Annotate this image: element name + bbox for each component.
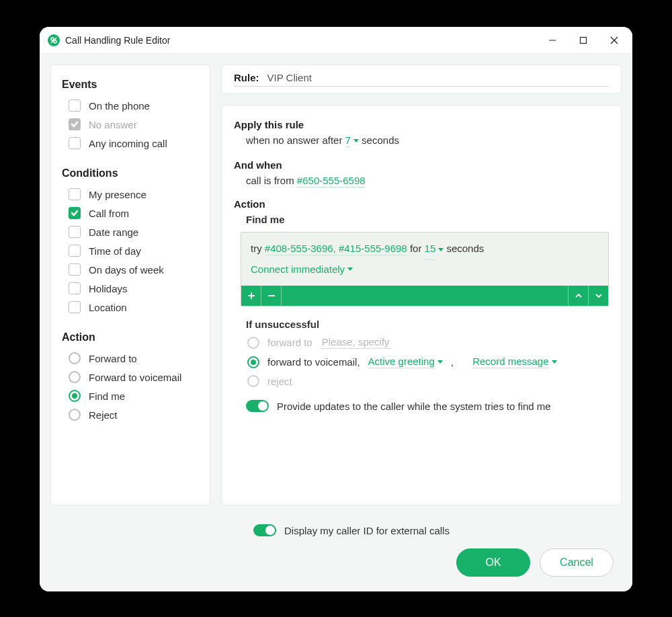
action-label: Forward to voicemail [89,372,181,383]
ok-button[interactable]: OK [456,548,530,577]
checkbox-icon [69,118,81,130]
chevron-down-icon [438,248,444,251]
action-forward-to-voicemail[interactable]: Forward to voicemail [62,368,199,386]
checkbox-icon [69,245,81,257]
event-label: No answer [89,119,137,130]
try-numbers[interactable]: #408-555-3696, #415-555-9698 [265,243,407,255]
condition-location[interactable]: Location [62,298,199,317]
radio-icon [69,409,81,421]
condition-my-presence[interactable]: My presence [62,185,199,204]
and-when-title: And when [234,159,609,171]
greeting-dropdown[interactable]: Active greeting [368,356,443,368]
display-caller-id-toggle[interactable] [253,524,276,536]
svg-point-1 [54,40,56,43]
window-controls [537,27,630,54]
apply-rule-text: when no answer after 7 seconds [234,134,609,147]
main: Rule: VIP Client Apply this rule when no… [221,65,622,505]
rule-editor-window: Call Handling Rule Editor Events On the … [40,27,632,591]
if-unsuccessful: If unsuccessful forward to Please, speci… [241,319,609,412]
find-me-toolbar [241,286,608,306]
action-title: Action [62,331,199,343]
record-dropdown[interactable]: Record message [472,356,556,368]
provide-updates-label: Provide updates to the caller while the … [277,401,551,412]
event-on-the-phone[interactable]: On the phone [62,96,199,115]
chevron-down-icon [347,268,353,271]
provide-updates-toggle[interactable] [246,400,269,412]
condition-label: Holidays [89,283,128,294]
event-label: On the phone [89,100,150,112]
conditions-title: Conditions [62,167,199,179]
condition-date-range[interactable]: Date range [62,222,199,241]
move-down-button[interactable] [588,286,608,306]
checkbox-icon [69,301,81,313]
rule-label: Rule: [234,72,259,83]
radio-icon [247,356,259,368]
content: Events On the phone No answer Any incomi… [40,54,632,516]
action-section-title: Action [234,198,609,210]
condition-time-of-day[interactable]: Time of day [62,241,199,260]
radio-icon [69,390,81,402]
sidebar: Events On the phone No answer Any incomi… [50,65,210,505]
action-label: Reject [89,409,118,421]
try-seconds-dropdown[interactable]: 15 [425,239,444,260]
chevron-down-icon [353,139,359,142]
display-caller-id-row: Display my caller ID for external calls [58,524,614,536]
chevron-down-icon [437,360,443,364]
cancel-button[interactable]: Cancel [540,548,614,577]
checkbox-icon [69,263,81,276]
action-forward-to[interactable]: Forward to [62,349,199,368]
call-from-number[interactable]: #650-555-6598 [297,175,366,188]
apply-rule-title: Apply this rule [234,119,609,130]
event-any-incoming-call[interactable]: Any incoming call [62,134,199,153]
find-me-step-body: try #408-555-3696, #415-555-9698 for 15 … [241,233,608,286]
checkbox-icon [69,207,81,219]
remove-step-button[interactable] [261,286,282,306]
unsuccessful-voicemail[interactable]: forward to voicemail, Active greeting , … [241,352,609,372]
condition-label: Location [89,302,127,313]
action-reject[interactable]: Reject [62,405,199,424]
add-step-button[interactable] [241,286,261,306]
chevron-down-icon [552,360,557,364]
app-icon [48,34,60,46]
display-caller-id-label: Display my caller ID for external calls [284,525,450,536]
maximize-button[interactable] [568,27,599,54]
checkbox-icon [69,226,81,238]
close-button[interactable] [599,27,630,54]
if-unsuccessful-title: If unsuccessful [246,319,609,330]
connect-mode-dropdown[interactable]: Connect immediately [251,260,353,280]
unsuccessful-reject[interactable]: reject [241,372,609,390]
titlebar: Call Handling Rule Editor [40,27,632,54]
action-label: Forward to [89,353,137,364]
provide-updates-row: Provide updates to the caller while the … [241,400,609,412]
events-title: Events [62,79,199,91]
event-no-answer: No answer [62,115,199,134]
footer: Display my caller ID for external calls … [40,516,632,591]
radio-icon [69,352,81,364]
rule-name-panel: Rule: VIP Client [221,65,622,94]
action-find-me[interactable]: Find me [62,386,199,405]
forward-to-input[interactable]: Please, specify [321,336,391,349]
minimize-button[interactable] [537,27,568,54]
checkbox-icon [69,137,81,149]
checkbox-icon [69,188,81,200]
condition-label: Date range [89,227,138,238]
condition-days-of-week[interactable]: On days of week [62,260,199,279]
unsuccessful-forward-to[interactable]: forward to Please, specify [241,333,609,352]
condition-holidays[interactable]: Holidays [62,279,199,298]
event-label: Any incoming call [89,138,167,149]
move-up-button[interactable] [568,286,588,306]
condition-label: Time of day [89,245,141,257]
condition-label: My presence [89,189,146,200]
radio-icon [247,375,259,387]
checkbox-icon [69,99,81,112]
svg-rect-4 [581,37,587,43]
button-row: OK Cancel [58,548,614,577]
window-title: Call Handling Rule Editor [65,35,170,46]
seconds-dropdown[interactable]: 7 [345,134,359,147]
rule-body-panel: Apply this rule when no answer after 7 s… [221,105,622,505]
find-me-step[interactable]: try #408-555-3696, #415-555-9698 for 15 … [241,232,609,306]
condition-call-from[interactable]: Call from [62,204,199,222]
rule-name-input[interactable]: VIP Client [267,72,312,83]
and-when-text: call is from #650-555-6598 [234,175,609,186]
radio-icon [247,337,259,349]
